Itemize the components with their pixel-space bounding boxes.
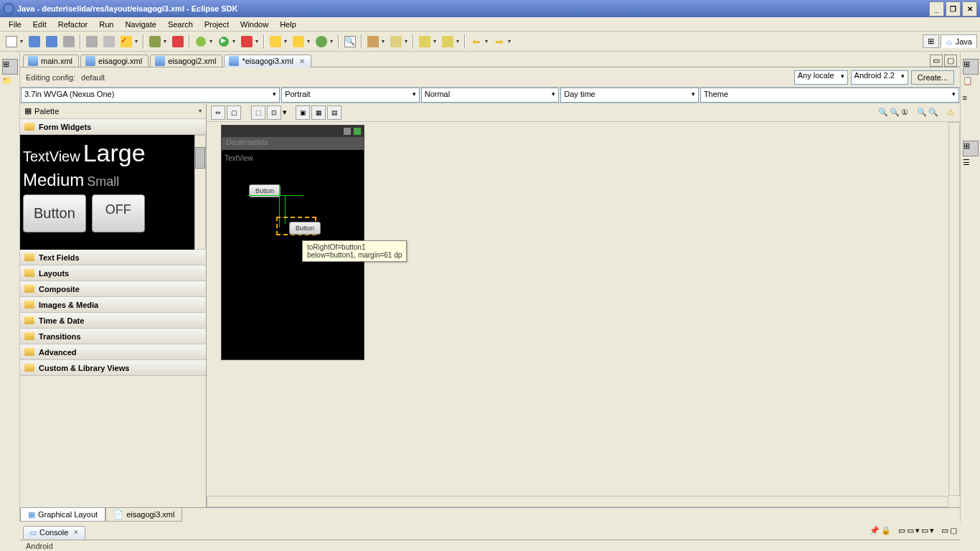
widget-small-text[interactable]: Small xyxy=(87,174,119,189)
run-button[interactable] xyxy=(216,34,232,50)
annotation-next-button[interactable] xyxy=(440,34,456,50)
new-button[interactable] xyxy=(4,34,19,50)
zoom-actual-button[interactable]: ▦ xyxy=(311,105,326,120)
junit-button[interactable] xyxy=(170,34,186,50)
editor-tab-eisagogi2[interactable]: eisagogi2.xml xyxy=(150,55,222,67)
search-button[interactable]: 🔍 xyxy=(342,34,358,50)
restore-view-icon-2[interactable]: ⊞ xyxy=(963,141,979,156)
platform-combo[interactable]: Android 2.2 xyxy=(851,70,908,85)
external-tools-button[interactable] xyxy=(239,34,255,50)
palette-cat-time-date[interactable]: Time & Date xyxy=(20,313,206,329)
palette-menu-icon[interactable]: ▾ xyxy=(199,108,202,114)
create-config-button[interactable]: Create... xyxy=(911,70,954,85)
maximize-editor-icon[interactable]: ▢ xyxy=(944,55,957,67)
new-class-button[interactable] xyxy=(268,34,283,50)
toggle-states-button[interactable]: ▢ xyxy=(227,105,241,120)
save-all-button[interactable] xyxy=(44,34,60,50)
minimize-editor-icon[interactable]: ▭ xyxy=(930,55,943,67)
display-console-button[interactable]: 🔒 xyxy=(881,526,891,535)
open-console-button[interactable]: ▭ xyxy=(898,526,905,535)
preview-button2-dragging[interactable]: Button xyxy=(289,222,321,235)
locale-combo[interactable]: Any locale xyxy=(794,70,848,85)
zoom-fit-icon[interactable]: 🔍 xyxy=(878,108,888,117)
console-tab[interactable]: ▭ Console ✕ xyxy=(23,526,85,539)
restore-view-icon[interactable]: ⊞ xyxy=(2,59,18,75)
canvas-scrollbar-horizontal[interactable] xyxy=(207,496,948,507)
nav-forward-button[interactable]: ➡ xyxy=(491,34,507,50)
task-list-icon[interactable]: 📋 xyxy=(963,76,979,92)
theme-combo[interactable]: Theme xyxy=(700,88,959,103)
preview-textview[interactable]: TextView xyxy=(225,154,253,162)
toggle-clipping-button[interactable]: ⇔ xyxy=(211,105,225,120)
close-icon[interactable]: ✕ xyxy=(299,57,305,65)
lint-button[interactable]: ✓ xyxy=(118,34,134,50)
open-perspective-button[interactable]: ⊞ xyxy=(923,34,939,48)
palette-scrollbar[interactable] xyxy=(194,135,206,250)
min-console-button[interactable]: ▭ xyxy=(941,526,948,535)
zoom-out-icon[interactable]: 🔍 xyxy=(917,108,927,117)
menu-edit[interactable]: Edit xyxy=(27,19,52,30)
zoom-reset-icon[interactable]: 🔍 xyxy=(890,108,900,117)
nav-back-button[interactable]: ⬅ xyxy=(468,34,484,50)
palette-cat-transitions[interactable]: Transitions xyxy=(20,329,206,344)
zoom-100-icon[interactable]: ① xyxy=(901,108,908,117)
widget-medium-text[interactable]: Medium xyxy=(23,170,84,190)
select-button[interactable]: ⬚ xyxy=(251,105,265,120)
lint-warning-icon[interactable]: ⚠ xyxy=(947,108,954,117)
open-type-button[interactable] xyxy=(314,34,329,50)
menu-navigate[interactable]: Navigate xyxy=(119,19,161,30)
toggle-mark-button[interactable] xyxy=(388,34,404,50)
menu-run[interactable]: Run xyxy=(93,19,119,30)
properties-icon[interactable]: ☰ xyxy=(963,158,979,174)
avd-manager-button[interactable] xyxy=(101,34,117,50)
editor-tab-main[interactable]: main.xml xyxy=(23,55,79,67)
pin-console-button[interactable]: 📌 xyxy=(870,526,880,535)
widget-button[interactable]: Button xyxy=(23,194,86,232)
new-wizard-button[interactable] xyxy=(147,34,163,50)
palette-cat-advanced[interactable]: Advanced xyxy=(20,344,206,360)
palette-cat-images-media[interactable]: Images & Media xyxy=(20,297,206,313)
palette-cat-custom[interactable]: Custom & Library Views xyxy=(20,360,206,376)
palette-cat-layouts[interactable]: Layouts xyxy=(20,265,206,281)
emulate-button[interactable]: ▣ xyxy=(296,105,310,120)
menu-search[interactable]: Search xyxy=(162,19,199,30)
scroll-lock-button[interactable]: ▭ xyxy=(921,526,928,535)
save-button[interactable] xyxy=(27,34,42,50)
debug-button[interactable] xyxy=(193,34,209,50)
new-package-button[interactable] xyxy=(291,34,306,50)
palette-header[interactable]: ▦ Palette ▾ xyxy=(20,103,206,119)
mode-combo[interactable]: Normal xyxy=(421,88,560,103)
palette-cat-composite[interactable]: Composite xyxy=(20,281,206,297)
widget-large-text[interactable]: Large xyxy=(83,139,146,167)
outline-button[interactable]: ⊡ xyxy=(267,105,281,120)
outline-view-icon[interactable]: ≡ xyxy=(963,93,979,109)
canvas-viewport[interactable]: Deuteriselida TextView Button Button toR… xyxy=(207,122,960,507)
close-button[interactable]: ✕ xyxy=(962,1,977,17)
menu-project[interactable]: Project xyxy=(199,19,235,30)
sdk-manager-button[interactable] xyxy=(84,34,100,50)
java-perspective-button[interactable]: ♨ Java xyxy=(941,34,977,48)
print-button[interactable] xyxy=(61,34,77,50)
palette-cat-text-fields[interactable]: Text Fields xyxy=(20,250,206,265)
max-console-button[interactable]: ▢ xyxy=(950,526,957,535)
menu-file[interactable]: File xyxy=(3,19,27,30)
xml-source-tab[interactable]: 📄 eisagogi3.xml xyxy=(105,508,182,522)
editor-tab-eisagogi3[interactable]: *eisagogi3.xml ✕ xyxy=(224,55,311,67)
device-body[interactable]: TextView Button Button toRightOf=button1… xyxy=(222,150,364,359)
daynight-combo[interactable]: Day time xyxy=(560,88,699,103)
editor-tab-eisagogi[interactable]: eisagogi.xml xyxy=(80,55,149,67)
clear-console-button[interactable]: ▭ xyxy=(907,526,914,535)
menu-help[interactable]: Help xyxy=(274,19,302,30)
canvas-scrollbar-vertical[interactable] xyxy=(948,122,960,496)
widget-textview[interactable]: TextView xyxy=(23,149,80,165)
zoom-in-icon[interactable]: 🔍 xyxy=(928,108,938,117)
menu-refactor[interactable]: Refactor xyxy=(52,19,94,30)
close-icon[interactable]: ✕ xyxy=(73,529,79,536)
graphical-layout-tab[interactable]: ▦ Graphical Layout xyxy=(20,508,105,522)
minimize-button[interactable]: _ xyxy=(929,1,944,17)
maximize-button[interactable]: ❐ xyxy=(946,1,961,17)
device-combo[interactable]: 3.7in WVGA (Nexus One) xyxy=(21,88,280,103)
package-explorer-icon[interactable]: 📁 xyxy=(2,76,18,92)
restore-view-icon[interactable]: ⊞ xyxy=(963,59,979,75)
palette-cat-form-widgets[interactable]: Form Widgets xyxy=(20,119,206,135)
